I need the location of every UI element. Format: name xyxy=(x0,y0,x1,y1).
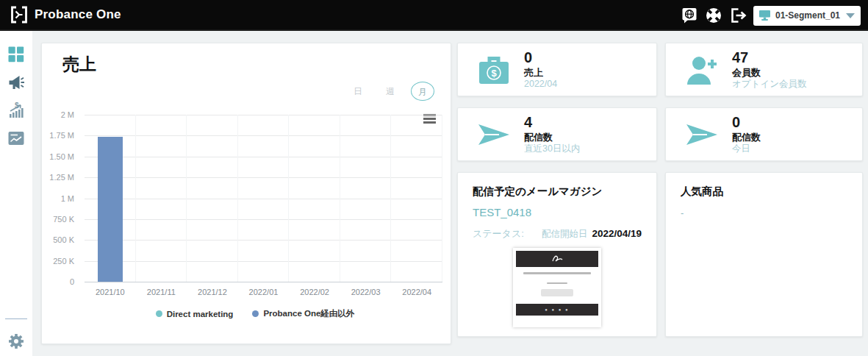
popular-card-title: 人気商品 xyxy=(681,185,847,199)
grid-line-y xyxy=(85,135,442,136)
x-axis-tick-label: 2022/02 xyxy=(289,288,340,296)
grid-line-y xyxy=(85,199,442,199)
sidebar-divider xyxy=(5,318,27,319)
legend-label: Direct marketing xyxy=(167,310,234,318)
newsletter-start-date-label: 配信開始日 xyxy=(542,228,588,241)
chart-bar[interactable] xyxy=(98,137,123,282)
grid-line-x xyxy=(186,115,187,282)
sales-chart-card: 売上 日 週 月 0250 K500 K750 K1 M1.25 M1.50 M… xyxy=(41,43,451,344)
language-bubble-icon[interactable] xyxy=(681,7,698,24)
thumb-text-line xyxy=(523,272,591,274)
newsletter-name-link[interactable]: TEST_0418 xyxy=(473,206,642,218)
grid-line-y xyxy=(85,157,442,157)
stat-label: 会員数 xyxy=(732,67,806,79)
top-header-bar: Probance One xyxy=(0,0,868,31)
stat-card-deliveries-today: 0 配信数 今日 xyxy=(665,107,863,161)
legend-item[interactable]: Probance One経由以外 xyxy=(252,308,354,319)
period-month-button[interactable]: 月 xyxy=(411,82,434,101)
app-logo[interactable]: Probance One xyxy=(10,5,121,24)
grid-line-x xyxy=(390,115,391,282)
x-axis-tick-label: 2022/01 xyxy=(238,288,290,296)
grid-line-y xyxy=(85,240,442,241)
legend-item[interactable]: Direct marketing xyxy=(156,308,234,319)
grid-line-x xyxy=(135,115,136,282)
y-axis-tick-label: 0 xyxy=(70,277,74,286)
sidebar-nav: $ xyxy=(0,31,32,356)
sales-card-title: 売上 xyxy=(62,53,96,76)
scheduled-newsletter-card: 配信予定のメールマガジン TEST_0418 ステータス: 配信開始日 2022… xyxy=(457,172,657,337)
newsletter-start-date: 2022/04/19 xyxy=(592,228,642,239)
stat-sublabel: 直近30日以内 xyxy=(524,143,580,155)
thumb-button xyxy=(541,289,573,296)
stat-label: 配信数 xyxy=(524,132,580,143)
x-axis-tick-label: 2021/12 xyxy=(187,288,238,296)
chevron-down-icon xyxy=(846,13,855,18)
x-axis-tick-label: 2022/03 xyxy=(340,288,392,296)
period-day-button[interactable]: 日 xyxy=(346,82,370,101)
report-icon xyxy=(9,132,24,145)
y-axis-tick-label: 250 K xyxy=(53,257,74,266)
y-axis-tick-label: 1 M xyxy=(61,194,74,203)
chart-legend: Direct marketingProbance One経由以外 xyxy=(68,308,442,319)
sidebar-item-campaigns[interactable] xyxy=(7,74,25,91)
newsletter-status-label: ステータス: xyxy=(473,227,524,241)
email-preview-thumbnail[interactable]: ● ● ● ● xyxy=(513,248,601,327)
sidebar-item-reports[interactable] xyxy=(7,129,25,147)
y-axis-tick-label: 2 M xyxy=(61,110,74,119)
monitor-icon xyxy=(758,10,771,21)
grid-line-y xyxy=(85,177,442,178)
x-axis-labels: 2021/102021/112021/122022/012022/022022/… xyxy=(85,288,442,299)
thumb-social-dots: ● ● ● ● xyxy=(513,307,601,312)
stat-value: 47 xyxy=(732,49,806,67)
app-title: Probance One xyxy=(35,7,121,22)
dashboard-page: Probance One xyxy=(0,0,868,356)
x-axis-tick-label: 2022/04 xyxy=(391,288,442,296)
user-plus-icon xyxy=(685,54,719,86)
y-axis-tick-label: 750 K xyxy=(53,215,74,224)
period-week-button[interactable]: 週 xyxy=(379,82,402,101)
grid-line-x xyxy=(442,115,442,282)
sales-chart-icon: $ xyxy=(10,102,24,118)
legend-dot xyxy=(156,310,162,317)
stat-card-deliveries-30d: 4 配信数 直近30日以内 xyxy=(457,107,657,161)
svg-text:$: $ xyxy=(491,68,497,79)
paper-plane-icon xyxy=(477,121,511,149)
sidebar-item-sales[interactable]: $ xyxy=(7,102,25,119)
y-axis-tick-label: 1.50 M xyxy=(49,152,74,161)
segment-selector-value: 01-Segment_01 xyxy=(775,10,840,21)
newsletter-card-title: 配信予定のメールマガジン xyxy=(473,185,642,199)
paper-plane-icon xyxy=(685,121,719,149)
y-axis-tick-label: 1.25 M xyxy=(49,173,74,182)
legend-label: Probance One経由以外 xyxy=(263,308,354,319)
stat-card-sales: $ 0 売上 2022/04 xyxy=(457,43,657,96)
grid-line-x xyxy=(340,115,340,282)
segment-selector-dropdown[interactable]: 01-Segment_01 xyxy=(753,6,861,26)
grid-line-x xyxy=(237,115,238,282)
stat-label: 配信数 xyxy=(732,132,761,143)
stat-sublabel: オプトイン会員数 xyxy=(732,79,806,90)
stat-value: 4 xyxy=(524,113,580,132)
grid-line-y xyxy=(85,115,442,115)
help-buoy-icon[interactable] xyxy=(705,7,722,24)
legend-dot xyxy=(252,310,259,317)
grid-line-y xyxy=(85,219,442,220)
grid-line-x xyxy=(288,115,289,282)
thumb-script-logo xyxy=(516,251,598,267)
y-axis-tick-label: 1.75 M xyxy=(49,131,74,140)
logout-icon[interactable] xyxy=(729,7,747,24)
stat-value: 0 xyxy=(732,113,761,132)
chart-plot-area xyxy=(85,115,442,282)
briefcase-dollar-icon: $ xyxy=(477,54,511,86)
megaphone-icon xyxy=(10,76,25,89)
dashboard-grid-icon xyxy=(9,47,24,63)
popular-products-card: 人気商品 - xyxy=(665,172,863,337)
thumb-header-band xyxy=(516,251,598,267)
header-actions: 01-Segment_01 xyxy=(681,0,861,31)
sidebar-item-settings[interactable] xyxy=(7,332,25,350)
popular-card-empty-value: - xyxy=(681,207,847,218)
x-axis-tick-label: 2021/11 xyxy=(135,288,187,296)
stat-value: 0 xyxy=(524,49,557,67)
period-toggle: 日 週 月 xyxy=(346,82,434,101)
sidebar-item-dashboard[interactable] xyxy=(7,46,25,63)
x-axis-tick-label: 2021/10 xyxy=(85,288,136,296)
